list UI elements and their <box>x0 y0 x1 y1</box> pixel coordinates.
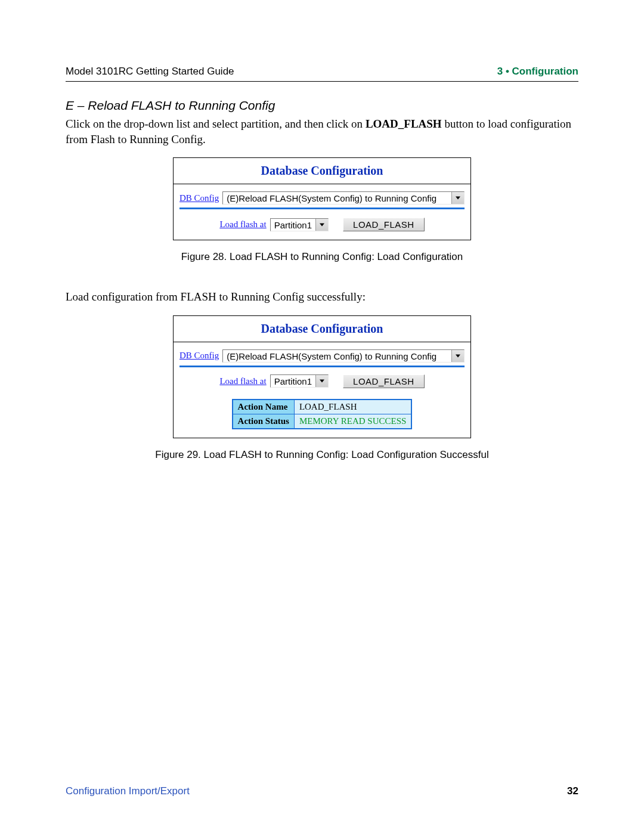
load-flash-at-link[interactable]: Load flash at <box>219 219 266 230</box>
figure-28: Database Configuration DB Config (E)Relo… <box>66 157 578 263</box>
action-result-table: Action Name LOAD_FLASH Action Status MEM… <box>232 399 413 429</box>
load-flash-at-link[interactable]: Load flash at <box>219 376 266 386</box>
panel2-action-block: Action Name LOAD_FLASH Action Status MEM… <box>179 394 465 429</box>
chevron-down-icon <box>451 192 464 204</box>
figure-28-caption: Figure 28. Load FLASH to Running Config:… <box>66 251 578 263</box>
action-status-value: MEMORY READ SUCCESS <box>294 414 411 429</box>
intro-prefix: Click on the drop-down list and select p… <box>66 117 366 130</box>
section-title: E – Reload FLASH to Running Config <box>66 98 578 113</box>
action-name-value: LOAD_FLASH <box>294 400 411 414</box>
panel1-row-loadflash: Load flash at Partition1 LOAD_FLASH <box>179 218 465 231</box>
page: Model 3101RC Getting Started Guide 3 • C… <box>0 0 644 833</box>
svg-marker-2 <box>456 355 460 358</box>
panel2-body: DB Config (E)Reload FLASH(System Config)… <box>174 342 470 438</box>
partition-dropdown-value: Partition1 <box>271 219 315 231</box>
svg-marker-1 <box>320 223 324 226</box>
chevron-down-icon <box>451 350 464 362</box>
panel1-row-dbconfig: DB Config (E)Reload FLASH(System Config)… <box>179 191 465 205</box>
panel1-body: DB Config (E)Reload FLASH(System Config)… <box>174 184 470 240</box>
figure-29: Database Configuration DB Config (E)Relo… <box>66 315 578 461</box>
partition-dropdown[interactable]: Partition1 <box>270 218 329 231</box>
db-config-dropdown-value: (E)Reload FLASH(System Config) to Runnin… <box>223 350 451 362</box>
panel2-row-dbconfig: DB Config (E)Reload FLASH(System Config)… <box>179 349 465 363</box>
chevron-down-icon <box>315 219 328 231</box>
panel1-title: Database Configuration <box>174 158 470 184</box>
header-rule <box>66 81 578 82</box>
intro-bold: LOAD_FLASH <box>366 117 442 130</box>
partition-dropdown-value: Partition1 <box>271 375 315 387</box>
svg-marker-3 <box>320 380 324 383</box>
svg-marker-0 <box>456 197 460 200</box>
header-left: Model 3101RC Getting Started Guide <box>66 66 234 78</box>
intro-paragraph: Click on the drop-down list and select p… <box>66 116 578 147</box>
partition-dropdown[interactable]: Partition1 <box>270 374 329 388</box>
db-config-link[interactable]: DB Config <box>179 351 219 361</box>
midline-text: Load configuration from FLASH to Running… <box>66 289 578 305</box>
panel2-row-loadflash: Load flash at Partition1 LOAD_FLASH <box>179 374 465 388</box>
panel2-title: Database Configuration <box>174 316 470 342</box>
header-right: 3 • Configuration <box>497 66 578 78</box>
load-flash-button[interactable]: LOAD_FLASH <box>343 218 425 231</box>
load-flash-button[interactable]: LOAD_FLASH <box>343 374 425 388</box>
accent-bar <box>179 208 465 209</box>
chevron-down-icon <box>315 375 328 387</box>
db-config-link[interactable]: DB Config <box>179 193 219 203</box>
accent-bar <box>179 366 465 367</box>
action-name-label: Action Name <box>233 400 295 414</box>
figure-29-caption: Figure 29. Load FLASH to Running Config:… <box>66 449 578 461</box>
footer-left: Configuration Import/Export <box>66 785 190 797</box>
db-config-dropdown[interactable]: (E)Reload FLASH(System Config) to Runnin… <box>222 349 465 363</box>
db-config-panel-2: Database Configuration DB Config (E)Relo… <box>173 315 471 438</box>
db-config-dropdown[interactable]: (E)Reload FLASH(System Config) to Runnin… <box>222 191 465 205</box>
table-row: Action Status MEMORY READ SUCCESS <box>233 414 412 429</box>
page-number: 32 <box>567 785 578 797</box>
action-status-label: Action Status <box>233 414 295 429</box>
page-footer: Configuration Import/Export 32 <box>66 785 578 797</box>
page-header: Model 3101RC Getting Started Guide 3 • C… <box>66 66 578 78</box>
db-config-panel-1: Database Configuration DB Config (E)Relo… <box>173 157 471 240</box>
table-row: Action Name LOAD_FLASH <box>233 400 412 414</box>
db-config-dropdown-value: (E)Reload FLASH(System Config) to Runnin… <box>223 192 451 204</box>
